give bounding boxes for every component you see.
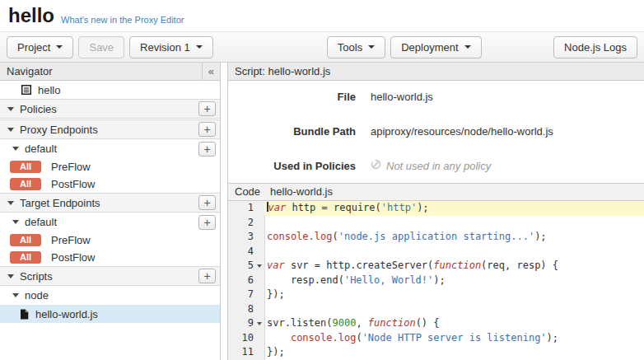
- tree-section-proxy-endpoints[interactable]: Proxy Endpoints+: [0, 119, 220, 139]
- code-line-text[interactable]: svr.listen(9000, function() {: [264, 316, 644, 331]
- code-line-5[interactable]: 5var svr = http.createServer(function(re…: [228, 259, 644, 274]
- code-token: function: [368, 317, 416, 329]
- code-line-text[interactable]: [264, 216, 644, 231]
- add-target-endpoints-button[interactable]: +: [198, 195, 216, 210]
- tree-flow-preflow[interactable]: AllPreFlow: [0, 231, 220, 249]
- tree-item-hello[interactable]: hello: [0, 81, 220, 99]
- code-token: );: [534, 231, 546, 242]
- line-number[interactable]: 4: [228, 245, 264, 259]
- expand-triangle-icon[interactable]: [12, 293, 19, 297]
- add-scripts-button[interactable]: +: [198, 269, 216, 283]
- add-default-button[interactable]: +: [198, 142, 216, 157]
- line-number[interactable]: 2: [228, 216, 264, 231]
- expand-triangle-icon[interactable]: [7, 274, 14, 278]
- page-title: hello: [8, 6, 54, 26]
- code-line-text[interactable]: });: [264, 288, 644, 302]
- code-line-text[interactable]: });: [264, 345, 644, 360]
- expand-triangle-icon[interactable]: [7, 128, 14, 132]
- fold-arrow-icon[interactable]: [257, 264, 262, 268]
- code-line-9[interactable]: 9svr.listen(9000, function() {: [228, 316, 644, 331]
- project-menu-button[interactable]: Project: [7, 36, 73, 58]
- deployment-menu-button[interactable]: Deployment: [390, 36, 481, 58]
- code-token: (: [356, 332, 362, 344]
- code-line-8[interactable]: 8: [228, 302, 644, 317]
- code-line-text[interactable]: [264, 245, 644, 259]
- code-line-6[interactable]: 6 resp.end('Hello, World!');: [228, 274, 644, 288]
- navigator-title: Navigator: [7, 65, 53, 77]
- tree-flow-postflow[interactable]: AllPostFlow: [0, 175, 220, 193]
- tools-menu-button[interactable]: Tools: [327, 36, 385, 58]
- revision-menu-button[interactable]: Revision 1: [129, 36, 213, 58]
- tree-file-hello-world-js[interactable]: hello-world.js: [0, 305, 220, 323]
- tree-folder-default[interactable]: default+: [0, 213, 220, 231]
- code-line-text[interactable]: console.log('node.js application startin…: [264, 230, 644, 245]
- expand-triangle-icon[interactable]: [12, 220, 19, 224]
- code-line-text[interactable]: var svr = http.createServer(function(req…: [264, 259, 644, 274]
- add-proxy-endpoints-button[interactable]: +: [198, 122, 216, 137]
- detail-row-file: Filehello-world.js: [228, 89, 644, 104]
- collapse-sidebar-button[interactable]: «: [202, 63, 220, 80]
- add-policies-button[interactable]: +: [198, 101, 216, 116]
- line-number[interactable]: 10: [228, 331, 264, 346]
- tree-folder-node[interactable]: node: [0, 286, 220, 305]
- script-panel: Script: hello-world.js Filehello-world.j…: [227, 63, 644, 360]
- flow-all-badge: All: [10, 178, 41, 190]
- panel-splitter[interactable]: [221, 63, 227, 360]
- line-number[interactable]: 6: [228, 274, 264, 288]
- code-line-11[interactable]: 11});: [228, 345, 644, 360]
- code-token: ,: [356, 317, 367, 329]
- tree-item-label: node: [25, 289, 49, 302]
- line-number[interactable]: 9: [228, 316, 264, 331]
- tree-flow-postflow[interactable]: AllPostFlow: [0, 249, 220, 266]
- line-number[interactable]: 5: [228, 259, 264, 274]
- broken-link-icon: [371, 159, 381, 172]
- code-token: function: [433, 259, 481, 271]
- code-editor[interactable]: 1var http = require('http');23console.lo…: [228, 201, 644, 360]
- code-line-text[interactable]: var http = require('http');: [264, 201, 644, 216]
- code-line-7[interactable]: 7});: [228, 288, 644, 302]
- detail-label-file: File: [228, 91, 356, 103]
- whats-new-link[interactable]: What's new in the Proxy Editor: [61, 15, 184, 25]
- tree-flow-preflow[interactable]: AllPreFlow: [0, 158, 220, 175]
- code-token: console.log: [291, 332, 356, 344]
- save-button[interactable]: Save: [78, 36, 124, 58]
- code-line-10[interactable]: 10 console.log('Node HTTP server is list…: [228, 331, 644, 346]
- tree-item-label: PostFlow: [51, 251, 95, 264]
- add-default-button[interactable]: +: [198, 215, 216, 230]
- tree-item-label: PostFlow: [51, 178, 95, 190]
- tree-item-label: hello-world.js: [35, 308, 98, 320]
- code-token: 'Hello, World!': [344, 274, 433, 286]
- code-token: );: [417, 202, 428, 213]
- tree-section-target-endpoints[interactable]: Target Endpoints+: [0, 193, 220, 213]
- code-token: });: [267, 346, 285, 358]
- tree-item-label: default: [25, 143, 57, 155]
- flow-all-badge: All: [10, 161, 41, 173]
- line-number[interactable]: 8: [228, 302, 264, 317]
- expand-triangle-icon[interactable]: [12, 147, 19, 151]
- tree-folder-default[interactable]: default+: [0, 139, 220, 158]
- line-number[interactable]: 1: [228, 201, 264, 216]
- code-line-3[interactable]: 3console.log('node.js application starti…: [228, 230, 644, 245]
- code-line-text[interactable]: resp.end('Hello, World!');: [264, 274, 644, 288]
- code-line-text[interactable]: [264, 302, 644, 317]
- code-line-2[interactable]: 2: [228, 216, 644, 231]
- detail-value-file: hello-world.js: [371, 91, 433, 103]
- tree-section-scripts[interactable]: Scripts+: [0, 266, 220, 286]
- fold-arrow-icon[interactable]: [257, 322, 262, 325]
- code-line-text[interactable]: console.log('Node HTTP server is listeni…: [264, 331, 644, 346]
- code-token: 'http': [381, 202, 417, 213]
- code-token: 'node.js application starting...': [338, 231, 534, 242]
- line-number[interactable]: 3: [228, 230, 264, 245]
- save-button-label: Save: [89, 41, 114, 54]
- tree-section-policies[interactable]: Policies+: [0, 99, 220, 119]
- expand-triangle-icon[interactable]: [7, 201, 14, 205]
- code-token: );: [547, 332, 558, 344]
- code-token: resp.end(: [267, 274, 344, 286]
- nodejs-logs-button[interactable]: Node.js Logs: [553, 36, 637, 58]
- tree-item-label: Proxy Endpoints: [20, 124, 98, 136]
- expand-triangle-icon[interactable]: [7, 107, 14, 111]
- line-number[interactable]: 11: [228, 345, 264, 360]
- line-number[interactable]: 7: [228, 288, 264, 302]
- code-line-1[interactable]: 1var http = require('http');: [228, 201, 644, 216]
- code-line-4[interactable]: 4: [228, 245, 644, 259]
